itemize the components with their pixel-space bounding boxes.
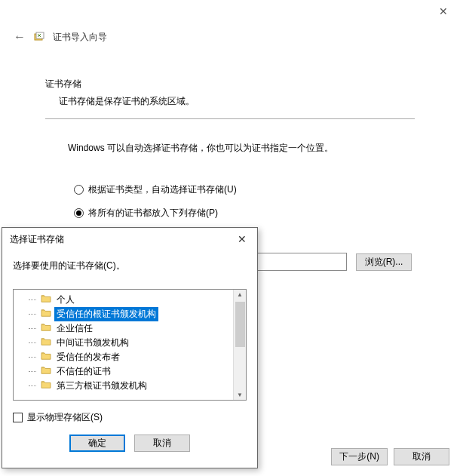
- dialog-instruction: 选择要使用的证书存储(C)。: [2, 250, 257, 278]
- dialog-cancel-button[interactable]: 取消: [134, 435, 190, 452]
- folder-icon: [41, 323, 51, 334]
- tree-connector: [29, 328, 36, 329]
- dialog-title-text: 选择证书存储: [10, 233, 64, 246]
- select-store-dialog: 选择证书存储 ✕ 选择要使用的证书存储(C)。 个人受信任的根证书颁发机构企业信…: [2, 227, 258, 468]
- instruction-text: Windows 可以自动选择证书存储，你也可以为证书指定一个位置。: [68, 142, 415, 155]
- back-arrow-icon[interactable]: ←: [14, 30, 26, 44]
- window-close-button[interactable]: ✕: [426, 0, 460, 23]
- main-section: 证书存储 证书存储是保存证书的系统区域。 Windows 可以自动选择证书存储，…: [0, 44, 460, 220]
- tree-item[interactable]: 受信任的根证书颁发机构: [18, 307, 246, 321]
- main-footer: 下一步(N) 取消: [331, 448, 449, 465]
- tree-connector: [29, 299, 36, 300]
- show-physical-row[interactable]: 显示物理存储区(S): [2, 407, 257, 428]
- folder-icon: [41, 309, 51, 320]
- svg-rect-1: [36, 32, 44, 38]
- wizard-icon: [33, 31, 45, 43]
- tree-item[interactable]: 受信任的发布者: [18, 350, 246, 364]
- radio-manual-row[interactable]: 将所有的证书都放入下列存储(P): [74, 207, 415, 220]
- tree-connector: [29, 314, 36, 315]
- dialog-ok-button[interactable]: 确定: [69, 435, 125, 452]
- divider: [45, 118, 415, 119]
- tree-connector: [29, 342, 36, 343]
- tree-item[interactable]: 不信任的证书: [18, 364, 246, 379]
- tree-item-label: 企业信任: [54, 321, 95, 336]
- tree-item-label: 第三方根证书颁发机构: [54, 379, 149, 393]
- tree-item[interactable]: 企业信任: [18, 321, 246, 336]
- wizard-header: ← 证书导入向导: [0, 23, 460, 44]
- main-cancel-button[interactable]: 取消: [394, 448, 449, 465]
- radio-manual[interactable]: [74, 208, 84, 218]
- tree-item[interactable]: 第三方根证书颁发机构: [18, 379, 246, 393]
- close-icon: ✕: [439, 5, 448, 17]
- folder-icon: [41, 337, 51, 349]
- scroll-up-icon[interactable]: ▲: [237, 291, 243, 298]
- tree-connector: [29, 371, 36, 372]
- tree-item-label: 个人: [54, 293, 77, 307]
- scroll-thumb[interactable]: [235, 302, 245, 347]
- tree-item-label: 受信任的根证书颁发机构: [54, 307, 158, 321]
- folder-icon: [41, 294, 51, 306]
- dialog-close-button[interactable]: ✕: [233, 232, 251, 247]
- folder-icon: [41, 380, 51, 392]
- tree-scrollbar[interactable]: ▲ ▼: [233, 290, 246, 400]
- radio-auto-label: 根据证书类型，自动选择证书存储(U): [88, 183, 237, 196]
- tree-item-label: 中间证书颁发机构: [54, 336, 131, 350]
- show-physical-label: 显示物理存储区(S): [27, 411, 103, 424]
- dialog-footer: 确定 取消: [2, 428, 257, 461]
- tree-item[interactable]: 个人: [18, 293, 246, 307]
- tree-connector: [29, 357, 36, 358]
- radio-auto[interactable]: [74, 185, 84, 195]
- folder-icon: [41, 366, 51, 377]
- wizard-title: 证书导入向导: [53, 31, 107, 44]
- tree-item-label: 不信任的证书: [54, 364, 113, 379]
- radio-manual-label: 将所有的证书都放入下列存储(P): [88, 207, 218, 220]
- folder-icon: [41, 352, 51, 363]
- store-tree[interactable]: 个人受信任的根证书颁发机构企业信任中间证书颁发机构受信任的发布者不信任的证书第三…: [14, 290, 246, 396]
- dialog-titlebar: 选择证书存储 ✕: [2, 228, 257, 250]
- show-physical-checkbox[interactable]: [13, 413, 23, 422]
- browse-button[interactable]: 浏览(R)...: [356, 253, 412, 271]
- store-tree-container: 个人受信任的根证书颁发机构企业信任中间证书颁发机构受信任的发布者不信任的证书第三…: [13, 289, 247, 401]
- section-desc: 证书存储是保存证书的系统区域。: [59, 95, 415, 108]
- tree-connector: [29, 385, 36, 386]
- section-title: 证书存储: [45, 78, 415, 91]
- tree-item-label: 受信任的发布者: [54, 350, 122, 364]
- scroll-down-icon[interactable]: ▼: [237, 392, 243, 398]
- radio-auto-row[interactable]: 根据证书类型，自动选择证书存储(U): [74, 183, 415, 196]
- next-button[interactable]: 下一步(N): [331, 448, 388, 465]
- store-path-input[interactable]: [256, 253, 347, 271]
- store-path-row: 浏览(R)...: [256, 253, 412, 271]
- main-titlebar: ✕: [0, 0, 460, 23]
- tree-item[interactable]: 中间证书颁发机构: [18, 336, 246, 350]
